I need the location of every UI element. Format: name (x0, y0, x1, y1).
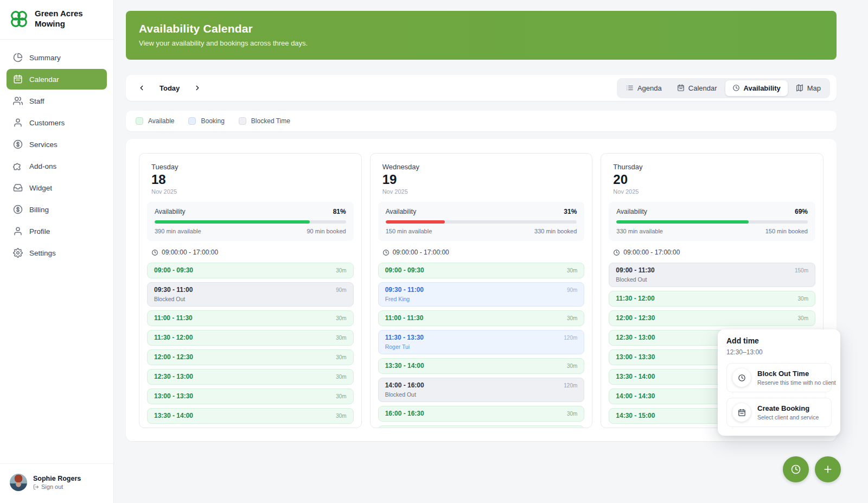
tab-agenda[interactable]: Agenda (619, 80, 669, 96)
add-fab[interactable] (815, 456, 841, 482)
user-icon (13, 226, 23, 236)
tab-label: Agenda (637, 84, 662, 92)
time-slot-available[interactable]: 13:30 - 14:0030m (147, 408, 354, 424)
option-subtitle: Reserve this time with no client (757, 379, 836, 386)
availability-fab[interactable] (783, 456, 809, 482)
time-slot-booking[interactable]: 11:30 - 13:30120mRoger Tui (378, 330, 585, 354)
slot-time: 16:00 - 16:30 (385, 410, 424, 417)
time-slot-blocked[interactable]: 09:00 - 11:30150mBlocked Out (609, 263, 815, 287)
legend-swatch-booking[interactable] (188, 117, 196, 125)
calendar-icon (738, 409, 746, 417)
block-out-time-option[interactable]: Block Out TimeReserve this time with no … (726, 363, 832, 392)
slot-note: Blocked Out (616, 276, 808, 283)
tab-calendar[interactable]: Calendar (670, 80, 724, 96)
legend-swatch-available[interactable] (136, 117, 143, 125)
time-slot-available[interactable]: 11:00 - 11:3030m (378, 310, 585, 326)
legend-item-blocked-time: Blocked Time (239, 117, 290, 125)
brand: Green Acres Mowing (0, 0, 113, 40)
sidebar-item-settings[interactable]: Settings (7, 243, 107, 263)
signout-label: Sign out (41, 483, 63, 490)
calendar-icon-circle (732, 403, 751, 422)
time-slot-available[interactable]: 11:00 - 11:3030m (147, 310, 354, 326)
plus-icon (822, 464, 833, 475)
slot-time: 12:00 - 12:30 (154, 353, 193, 361)
time-slot-available[interactable]: 11:30 - 12:0030m (609, 291, 815, 307)
dollar-circle-icon (13, 205, 23, 214)
time-slot-available[interactable]: 12:00 - 12:3030m (147, 349, 354, 365)
slot-time: 09:00 - 09:30 (154, 266, 193, 274)
min-booked: 150 min booked (765, 228, 808, 234)
day-number: 19 (378, 172, 585, 187)
tab-label: Map (807, 84, 821, 92)
availability-panel: Availability69%330 min available150 min … (609, 202, 815, 241)
sidebar-item-billing[interactable]: Billing (7, 199, 107, 220)
slot-duration: 30m (798, 296, 808, 302)
legend-item-booking: Booking (188, 117, 224, 125)
min-booked: 90 min booked (307, 228, 346, 234)
sidebar-item-profile[interactable]: Profile (7, 221, 107, 241)
availability-row: Availability69% (616, 208, 808, 215)
slot-time: 09:30 - 11:00 (154, 286, 193, 294)
slot-duration: 30m (567, 411, 577, 417)
time-slot-available[interactable]: 14:00 - 14:3030m (147, 428, 354, 428)
sidebar-item-summary[interactable]: Summary (7, 47, 107, 68)
time-slot-blocked[interactable]: 09:30 - 11:0090mBlocked Out (147, 282, 354, 307)
legend-swatch-blocked[interactable] (239, 117, 246, 125)
sidebar-item-customers[interactable]: Customers (7, 112, 107, 133)
time-slot-booking[interactable]: 09:30 - 11:0090mFred King (378, 282, 585, 307)
option-text: Block Out TimeReserve this time with no … (757, 370, 836, 386)
sidebar-item-calendar[interactable]: Calendar (7, 69, 107, 90)
sidebar-item-label: Summary (29, 54, 61, 62)
slot-duration: 120m (564, 335, 577, 341)
time-slot-available[interactable]: 16:00 - 16:3030m (378, 406, 585, 422)
popup-title: Add time (726, 336, 832, 345)
sidebar-item-staff[interactable]: Staff (7, 91, 107, 111)
clock-icon-circle (732, 368, 751, 387)
slot-time: 12:30 - 13:00 (154, 373, 193, 380)
prev-day-button[interactable] (136, 82, 148, 94)
slot-row: 09:00 - 09:3030m (385, 266, 578, 274)
slot-time: 14:00 - 14:30 (616, 392, 655, 400)
time-slot-available[interactable]: 16:30 - 17:0030m (378, 425, 585, 428)
time-slot-available[interactable]: 11:30 - 12:0030m (147, 330, 354, 346)
sidebar-user: Sophie Rogers Sign out (0, 463, 113, 503)
view-tabs: AgendaCalendarAvailabilityMap (617, 78, 830, 98)
time-slot-available[interactable]: 13:30 - 14:0030m (378, 358, 585, 374)
time-slot-available[interactable]: 12:30 - 13:0030m (147, 369, 354, 385)
date-navigation: Today (136, 82, 203, 94)
tab-availability[interactable]: Availability (725, 80, 788, 96)
clock-icon (738, 374, 746, 382)
list-icon (626, 84, 634, 92)
slot-time: 11:00 - 11:30 (385, 314, 424, 322)
time-slot-available[interactable]: 09:00 - 09:3030m (147, 263, 354, 278)
slot-row: 12:30 - 13:0030m (154, 373, 347, 380)
sidebar: Green Acres Mowing SummaryCalendarStaffC… (0, 0, 114, 503)
tab-map[interactable]: Map (789, 80, 828, 96)
sidebar-item-widget[interactable]: Widget (7, 177, 107, 198)
brand-logo-clover-icon (9, 9, 29, 29)
availability-row: Availability31% (386, 208, 577, 215)
slot-row: 09:00 - 09:3030m (154, 266, 347, 274)
slot-time: 11:30 - 12:00 (616, 295, 654, 302)
slot-duration: 30m (336, 335, 346, 341)
day-weekday: Wednesday (378, 163, 585, 171)
slot-time: 09:00 - 11:30 (616, 266, 654, 274)
user-name: Sophie Rogers (33, 475, 81, 482)
slot-time: 09:30 - 11:00 (385, 286, 424, 294)
availability-panel: Availability31%150 min available330 min … (378, 202, 585, 241)
sidebar-item-add-ons[interactable]: Add-ons (7, 156, 107, 176)
sidebar-item-label: Customers (29, 119, 65, 127)
signout-button[interactable]: Sign out (33, 483, 81, 490)
time-slot-available[interactable]: 13:00 - 13:3030m (147, 389, 354, 404)
create-booking-option[interactable]: Create BookingSelect client and service (726, 398, 832, 427)
calendar-toolbar: Today AgendaCalendarAvailabilityMap (126, 75, 837, 101)
sidebar-item-services[interactable]: Services (7, 134, 107, 155)
time-slot-available[interactable]: 09:00 - 09:3030m (378, 263, 585, 278)
next-day-button[interactable] (192, 82, 203, 94)
availability-row: Availability81% (155, 208, 346, 215)
slot-duration: 30m (336, 315, 346, 321)
time-slot-blocked[interactable]: 14:00 - 16:00120mBlocked Out (378, 378, 585, 402)
avatar[interactable] (10, 474, 27, 491)
today-button[interactable]: Today (159, 84, 180, 92)
time-slot-available[interactable]: 12:00 - 12:3030m (609, 310, 815, 326)
